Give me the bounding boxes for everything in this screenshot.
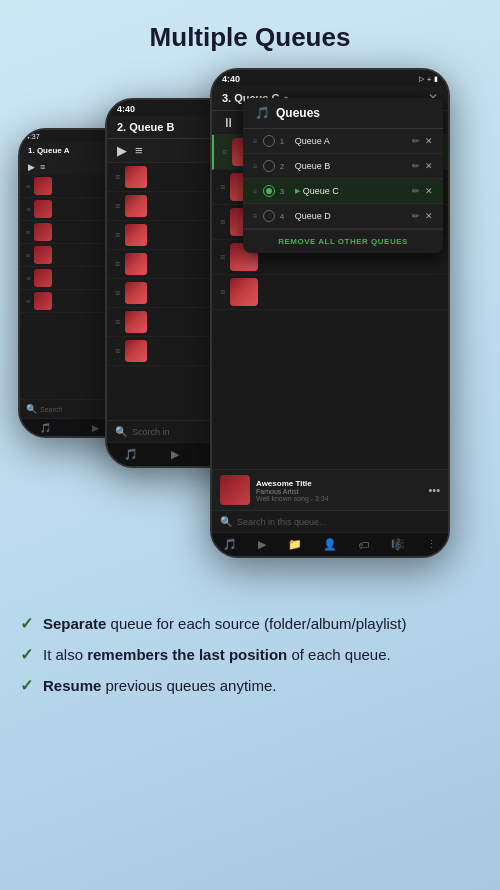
phone-3: 4:40 ▷ + ▮ 3. Queue C ▾ ✕ ⏸ ≡ 3/8 💾 [210, 68, 450, 558]
drag-handle: ≡ [220, 217, 225, 227]
now-playing-more-icon[interactable]: ••• [428, 484, 440, 496]
feature-text-1: Separate queue for each source (folder/a… [43, 613, 407, 634]
feature-3-bold: Resume [43, 677, 101, 694]
page-title: Multiple Queues [0, 0, 500, 63]
feature-3: ✓ Resume previous queues anytime. [20, 675, 470, 696]
phone-1-thumb-6 [34, 292, 52, 310]
phone-1-search-icon: 🔍 [26, 404, 37, 414]
phone-3-play-status: ▷ [419, 75, 424, 83]
check-icon-2: ✓ [20, 645, 33, 664]
queues-dropdown-header: 🎵 Queues [243, 98, 443, 129]
phone-3-status: 4:40 ▷ + ▮ [212, 70, 448, 86]
queue-list-icon: 🎵 [255, 106, 270, 120]
remove-icon-3[interactable]: ✕ [425, 186, 433, 196]
phone-3-nav-tag[interactable]: 🏷 [358, 539, 369, 551]
phone-3-track-5: ≡ [212, 275, 448, 310]
edit-icon-4[interactable]: ✏ [412, 211, 420, 221]
queue-label-4: Queue D [295, 211, 407, 221]
queue-radio-1[interactable] [263, 135, 275, 147]
drag-handle: ≡ [26, 206, 30, 213]
phone-3-search-icon: 🔍 [220, 516, 232, 527]
phone-2-play-icon[interactable]: ▶ [117, 143, 127, 158]
queue-row-3[interactable]: ≡ 3 ▶ Queue C ✏ ✕ [243, 179, 443, 204]
drag-handle: ≡ [115, 288, 120, 298]
phone-1-nav-play[interactable]: ▶ [92, 423, 99, 433]
drag-handle: ≡ [26, 275, 30, 282]
feature-text-3: Resume previous queues anytime. [43, 675, 276, 696]
phone-3-nav-queue[interactable]: 🎵 [223, 538, 237, 551]
now-playing-thumb [220, 475, 250, 505]
remove-icon-4[interactable]: ✕ [425, 211, 433, 221]
queue-label-3: ▶ Queue C [295, 186, 407, 196]
queue-radio-4[interactable] [263, 210, 275, 222]
drag-handle: ≡ [26, 183, 30, 190]
drag-handle: ≡ [115, 230, 120, 240]
now-playing-info: Awesome Title Famous Artist Well known s… [256, 479, 422, 502]
drag-handle: ≡ [115, 201, 120, 211]
phone-3-pause-icon[interactable]: ⏸ [222, 115, 235, 130]
drag-icon-1: ≡ [253, 137, 258, 146]
queue-label-2: Queue B [295, 161, 407, 171]
phone-2-thumb-1 [125, 166, 147, 188]
phone-3-nav-folder[interactable]: 📁 [288, 538, 302, 551]
edit-icon-2[interactable]: ✏ [412, 161, 420, 171]
feature-2-bold: remembers the last position [87, 646, 287, 663]
now-playing-title: Awesome Title [256, 479, 422, 488]
remove-all-button[interactable]: REMOVE ALL OTHER QUEUES [243, 229, 443, 253]
queue-row-4[interactable]: ≡ 4 Queue D ✏ ✕ [243, 204, 443, 229]
phone-2-thumb-6 [125, 311, 147, 333]
phone-2-thumb-4 [125, 253, 147, 275]
phone-1-thumb-1 [34, 177, 52, 195]
phone-1-thumb-4 [34, 246, 52, 264]
queue-label-1: Queue A [295, 136, 407, 146]
phone-2-sort-icon[interactable]: ≡ [135, 143, 143, 158]
phone-2-thumb-5 [125, 282, 147, 304]
phone-3-nav-person[interactable]: 👤 [323, 538, 337, 551]
check-icon-3: ✓ [20, 676, 33, 695]
phone-2-thumb-2 [125, 195, 147, 217]
phone-1-search-placeholder: Search [40, 406, 62, 413]
now-playing-bar: Awesome Title Famous Artist Well known s… [212, 469, 448, 510]
phone-1-thumb-3 [34, 223, 52, 241]
phone-3-bottom-nav: 🎵 ▶ 📁 👤 🏷 🎼 ⋮ [212, 532, 448, 556]
remove-icon-2[interactable]: ✕ [425, 161, 433, 171]
edit-icon-1[interactable]: ✏ [412, 136, 420, 146]
drag-handle: ≡ [26, 298, 30, 305]
drag-icon-4: ≡ [253, 212, 258, 221]
queue-radio-3[interactable] [263, 185, 275, 197]
phone-3-battery: ▮ [434, 75, 438, 83]
phone-3-search-placeholder: Search in this queue... [237, 517, 327, 527]
phone-1-thumb-5 [34, 269, 52, 287]
edit-icon-3[interactable]: ✏ [412, 186, 420, 196]
drag-icon-2: ≡ [253, 162, 258, 171]
phone-2-nav-play[interactable]: ▶ [171, 448, 179, 461]
feature-1-bold: Separate [43, 615, 106, 632]
phone-1-nav-queue[interactable]: 🎵 [40, 423, 51, 433]
phone-2-nav-queue[interactable]: 🎵 [124, 448, 138, 461]
queue-num-2: 2 [280, 162, 290, 171]
phone-1-sort-ctrl: ≡ [40, 162, 45, 172]
phone-2-time: 4:40 [117, 104, 135, 114]
phone-3-search-bar[interactable]: 🔍 Search in this queue... [212, 510, 448, 532]
feature-text-2: It also remembers the last position of e… [43, 644, 391, 665]
phone-3-signal: + [427, 76, 431, 83]
queue-num-3: 3 [280, 187, 290, 196]
drag-handle: ≡ [26, 252, 30, 259]
phone-3-nav-music[interactable]: 🎼 [391, 538, 405, 551]
phone-3-nav-play[interactable]: ▶ [258, 538, 266, 551]
check-icon-1: ✓ [20, 614, 33, 633]
phone-2-search-icon: 🔍 [115, 426, 127, 437]
phone-2-thumb-3 [125, 224, 147, 246]
drag-handle: ≡ [115, 317, 120, 327]
phone-3-nav-more[interactable]: ⋮ [426, 538, 437, 551]
phone-2-thumb-7 [125, 340, 147, 362]
queue-radio-2[interactable] [263, 160, 275, 172]
remove-icon-1[interactable]: ✕ [425, 136, 433, 146]
queue-row-1[interactable]: ≡ 1 Queue A ✏ ✕ [243, 129, 443, 154]
drag-handle: ≡ [115, 172, 120, 182]
phone-3-screen: 4:40 ▷ + ▮ 3. Queue C ▾ ✕ ⏸ ≡ 3/8 💾 [212, 70, 448, 556]
queue-row-2[interactable]: ≡ 2 Queue B ✏ ✕ [243, 154, 443, 179]
queue-num-1: 1 [280, 137, 290, 146]
queues-dropdown: 🎵 Queues ≡ 1 Queue A ✏ ✕ ≡ 2 Queue B ✏ [243, 98, 443, 253]
queues-dropdown-title: Queues [276, 106, 320, 120]
